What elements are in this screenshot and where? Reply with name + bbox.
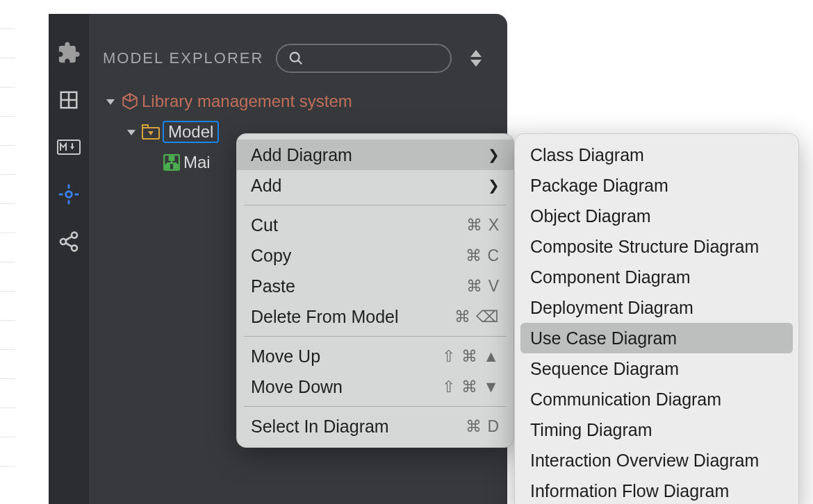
svg-point-10 bbox=[60, 239, 66, 244]
submenu-item[interactable]: Deployment Diagram bbox=[515, 292, 798, 323]
menu-item-move-up[interactable]: Move Up ⇧ ⌘ ▲ bbox=[237, 341, 514, 371]
menu-item-delete[interactable]: Delete From Model ⌘ ⌫ bbox=[237, 301, 514, 332]
menu-shortcut: ⇧ ⌘ ▼ bbox=[442, 378, 500, 396]
menu-item-label: Move Down bbox=[251, 377, 343, 397]
svg-line-12 bbox=[65, 237, 72, 240]
submenu-item[interactable]: Package Diagram bbox=[515, 170, 798, 201]
svg-line-13 bbox=[65, 243, 72, 246]
svg-marker-16 bbox=[470, 50, 482, 57]
menu-item-label: Add bbox=[251, 176, 281, 196]
svg-marker-19 bbox=[127, 130, 136, 135]
svg-rect-26 bbox=[174, 165, 177, 168]
submenu-item-label: Composite Structure Diagram bbox=[530, 237, 759, 257]
target-icon[interactable] bbox=[56, 182, 81, 207]
svg-point-14 bbox=[290, 53, 299, 62]
submenu-item-label: Package Diagram bbox=[530, 176, 668, 196]
chevron-right-icon: ❯ bbox=[488, 177, 500, 194]
submenu-item-label: Use Case Diagram bbox=[530, 328, 677, 348]
menu-separator bbox=[244, 406, 507, 407]
submenu-item[interactable]: Timing Diagram bbox=[515, 414, 798, 445]
menu-shortcut: ⇧ ⌘ ▲ bbox=[442, 347, 500, 366]
menu-item-label: Move Up bbox=[251, 346, 320, 367]
panel-title: MODEL EXPLORER bbox=[103, 49, 263, 67]
svg-point-9 bbox=[72, 233, 77, 238]
model-folder-icon bbox=[139, 124, 163, 140]
sidebar-iconbar bbox=[49, 14, 89, 504]
submenu-item-label: Information Flow Diagram bbox=[530, 481, 729, 501]
submenu-item-label: Timing Diagram bbox=[530, 420, 652, 440]
menu-shortcut: ⌘ ⌫ bbox=[454, 308, 500, 326]
menu-shortcut: ⌘ D bbox=[466, 417, 500, 436]
submenu-item[interactable]: Class Diagram bbox=[515, 140, 798, 170]
submenu-item[interactable]: Object Diagram bbox=[515, 201, 798, 231]
tree-item-label: Library management system bbox=[142, 92, 352, 111]
menu-shortcut: ⌘ X bbox=[466, 216, 500, 235]
menu-item-label: Copy bbox=[251, 246, 291, 266]
svg-rect-24 bbox=[170, 156, 174, 160]
svg-rect-25 bbox=[165, 165, 169, 168]
chevron-down-icon[interactable] bbox=[103, 97, 118, 106]
submenu-item-label: Class Diagram bbox=[530, 145, 644, 165]
chevron-down-icon[interactable] bbox=[124, 128, 139, 136]
svg-rect-21 bbox=[142, 125, 148, 128]
menu-separator bbox=[244, 336, 507, 337]
menu-item-label: Delete From Model bbox=[251, 307, 399, 327]
submenu-item[interactable]: Composite Structure Diagram bbox=[515, 231, 798, 262]
menu-item-label: Add Diagram bbox=[251, 145, 352, 165]
diagram-icon bbox=[160, 153, 183, 171]
markdown-icon[interactable] bbox=[56, 135, 81, 160]
menu-item-cut[interactable]: Cut ⌘ X bbox=[237, 210, 514, 240]
context-menu: Add Diagram ❯ Add ❯ Cut ⌘ X Copy ⌘ C Pas… bbox=[236, 133, 514, 448]
submenu-item[interactable]: Information Flow Diagram bbox=[515, 476, 798, 504]
tree-item-label: Model bbox=[168, 122, 213, 141]
chevron-right-icon: ❯ bbox=[488, 146, 500, 163]
sort-toggle-icon[interactable] bbox=[464, 47, 488, 70]
submenu-item-label: Sequence Diagram bbox=[530, 359, 679, 379]
submenu-item-label: Interaction Overview Diagram bbox=[530, 451, 759, 471]
menu-item-move-down[interactable]: Move Down ⇧ ⌘ ▼ bbox=[237, 371, 514, 402]
grid-icon[interactable] bbox=[56, 87, 81, 112]
menu-shortcut: ⌘ C bbox=[466, 246, 500, 265]
search-input[interactable] bbox=[276, 44, 452, 73]
svg-point-4 bbox=[66, 192, 72, 198]
menu-shortcut: ⌘ V bbox=[466, 277, 500, 296]
tree-root-item[interactable]: Library management system bbox=[103, 86, 488, 117]
menu-item-add[interactable]: Add ❯ bbox=[237, 170, 514, 201]
svg-marker-17 bbox=[470, 60, 482, 67]
menu-item-paste[interactable]: Paste ⌘ V bbox=[237, 271, 514, 301]
submenu-item[interactable]: Communication Diagram bbox=[515, 384, 798, 414]
submenu-item[interactable]: Interaction Overview Diagram bbox=[515, 445, 798, 476]
search-icon bbox=[288, 51, 304, 66]
submenu-item[interactable]: Use Case Diagram bbox=[520, 323, 793, 353]
share-icon[interactable] bbox=[56, 229, 81, 254]
project-cube-icon bbox=[118, 92, 142, 110]
submenu-item[interactable]: Component Diagram bbox=[515, 262, 798, 292]
submenu-item-label: Deployment Diagram bbox=[530, 298, 693, 318]
svg-marker-18 bbox=[106, 99, 115, 105]
menu-item-label: Paste bbox=[251, 276, 295, 296]
add-diagram-submenu: Class DiagramPackage DiagramObject Diagr… bbox=[514, 133, 799, 504]
ruler bbox=[0, 0, 15, 504]
submenu-item-label: Communication Diagram bbox=[530, 389, 721, 410]
svg-marker-22 bbox=[148, 131, 154, 135]
panel-header: MODEL EXPLORER bbox=[103, 39, 488, 78]
svg-line-15 bbox=[298, 60, 302, 65]
extension-icon[interactable] bbox=[56, 40, 81, 65]
submenu-item-label: Object Diagram bbox=[530, 206, 651, 226]
submenu-item[interactable]: Sequence Diagram bbox=[515, 353, 798, 384]
tree-item-label: Mai bbox=[183, 153, 211, 172]
menu-item-select-in-diagram[interactable]: Select In Diagram ⌘ D bbox=[237, 411, 514, 442]
menu-item-copy[interactable]: Copy ⌘ C bbox=[237, 240, 514, 271]
menu-item-add-diagram[interactable]: Add Diagram ❯ bbox=[237, 140, 514, 170]
menu-separator bbox=[244, 205, 507, 205]
menu-item-label: Select In Diagram bbox=[251, 417, 389, 437]
menu-item-label: Cut bbox=[251, 215, 278, 235]
svg-point-11 bbox=[72, 245, 77, 251]
submenu-item-label: Component Diagram bbox=[530, 267, 691, 287]
